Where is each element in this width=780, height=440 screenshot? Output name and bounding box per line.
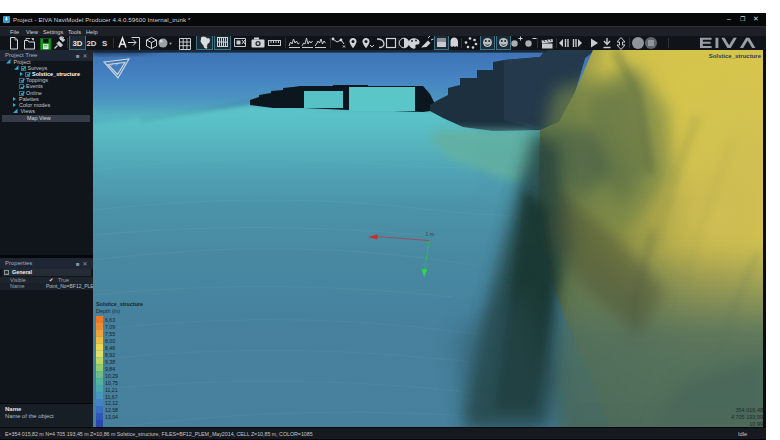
svg-text:8,00: 8,00	[105, 338, 115, 344]
svg-text:7,09: 7,09	[105, 324, 115, 330]
svg-text:Solstice_structure: Solstice_structure	[709, 53, 762, 59]
svg-text:4 705 193,99: 4 705 193,99	[731, 414, 763, 420]
svg-text:Solstice_structure: Solstice_structure	[96, 301, 143, 307]
svg-text:9,84: 9,84	[105, 366, 115, 372]
svg-text:S: S	[102, 39, 107, 48]
svg-text:354 016,48: 354 016,48	[735, 407, 763, 413]
svg-text:Depth (m): Depth (m)	[96, 308, 120, 314]
svg-text:11,67: 11,67	[105, 394, 118, 400]
svg-text:8,46: 8,46	[105, 345, 115, 351]
svg-text:13,04: 13,04	[105, 414, 118, 420]
svg-text:7,55: 7,55	[105, 331, 115, 337]
svg-text:6,63: 6,63	[105, 317, 115, 323]
svg-text:11,21: 11,21	[105, 387, 118, 393]
svg-text:12,58: 12,58	[105, 407, 118, 413]
svg-text:10,29: 10,29	[105, 373, 118, 379]
svg-text:8,92: 8,92	[105, 352, 115, 358]
svg-text:3D: 3D	[73, 39, 83, 48]
svg-text:2D: 2D	[87, 39, 97, 48]
svg-text:10,75: 10,75	[105, 380, 118, 386]
svg-text:9,38: 9,38	[105, 359, 115, 365]
svg-text:12,12: 12,12	[105, 400, 118, 406]
svg-text:1 m: 1 m	[426, 231, 435, 237]
